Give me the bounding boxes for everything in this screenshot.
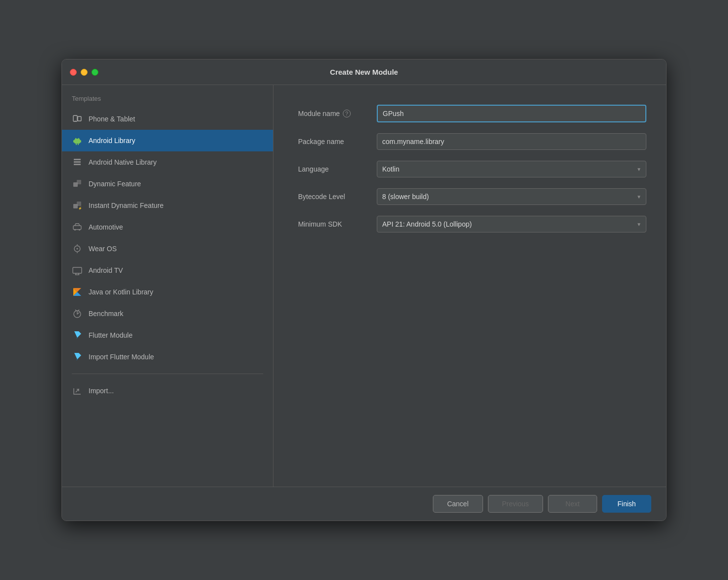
module-name-control bbox=[377, 105, 646, 122]
maximize-button[interactable] bbox=[91, 69, 98, 76]
sidebar-item-automotive-label: Automotive bbox=[89, 223, 123, 231]
sidebar-item-kotlin-library-label: Java or Kotlin Library bbox=[89, 288, 153, 296]
sidebar-item-import-flutter[interactable]: Import Flutter Module bbox=[62, 346, 273, 368]
sidebar-item-kotlin-library[interactable]: Java or Kotlin Library bbox=[62, 281, 273, 303]
sidebar-item-dynamic-feature-label: Dynamic Feature bbox=[89, 180, 141, 188]
window-controls bbox=[70, 69, 98, 76]
import-icon bbox=[72, 385, 83, 396]
package-name-control bbox=[377, 133, 646, 150]
bytecode-label: Bytecode Level bbox=[298, 193, 377, 201]
sidebar-item-android-library-label: Android Library bbox=[89, 137, 135, 145]
flutter-module-icon bbox=[72, 330, 83, 341]
sidebar-item-flutter-module[interactable]: Flutter Module bbox=[62, 324, 273, 346]
svg-rect-9 bbox=[74, 159, 81, 160]
android-native-icon bbox=[72, 157, 83, 168]
sidebar-item-flutter-module-label: Flutter Module bbox=[89, 331, 132, 339]
module-name-row: Module name ? bbox=[298, 105, 646, 122]
sidebar-item-android-tv-label: Android TV bbox=[89, 266, 123, 274]
sidebar-item-import-flutter-label: Import Flutter Module bbox=[89, 353, 154, 361]
main-content: Templates Phone & Tablet bbox=[62, 85, 666, 487]
title-bar: Create New Module bbox=[62, 59, 666, 85]
automotive-icon bbox=[72, 222, 83, 232]
language-control: Java Kotlin bbox=[377, 161, 646, 177]
svg-rect-18 bbox=[73, 226, 81, 230]
minimize-button[interactable] bbox=[81, 69, 88, 76]
next-button[interactable]: Next bbox=[548, 495, 597, 513]
sidebar-item-automotive[interactable]: Automotive bbox=[62, 216, 273, 238]
wear-os-icon bbox=[72, 243, 83, 254]
svg-rect-6 bbox=[80, 140, 81, 143]
minimum-sdk-label: Minimum SDK bbox=[298, 220, 377, 228]
bytecode-control: 7 8 (slower build) 11 bbox=[377, 188, 646, 205]
language-select-wrapper: Java Kotlin bbox=[377, 161, 646, 177]
sidebar-section-title: Templates bbox=[62, 95, 273, 108]
kotlin-library-icon bbox=[72, 287, 83, 297]
language-select[interactable]: Java Kotlin bbox=[377, 161, 646, 177]
package-name-input[interactable] bbox=[377, 133, 646, 150]
sidebar: Templates Phone & Tablet bbox=[62, 85, 273, 487]
package-name-row: Package name bbox=[298, 133, 646, 150]
benchmark-icon bbox=[72, 308, 83, 319]
sidebar-divider bbox=[72, 374, 263, 374]
svg-marker-38 bbox=[74, 353, 81, 359]
svg-rect-10 bbox=[74, 161, 81, 163]
right-panel: Module name ? Package name bbox=[273, 85, 666, 487]
svg-rect-7 bbox=[76, 144, 77, 145]
sidebar-item-instant-dynamic[interactable]: ⚡ Instant Dynamic Feature bbox=[62, 195, 273, 216]
android-tv-icon bbox=[72, 265, 83, 276]
module-name-label: Module name ? bbox=[298, 110, 377, 117]
sidebar-item-wear-os-label: Wear OS bbox=[89, 245, 117, 253]
svg-rect-8 bbox=[78, 144, 79, 145]
svg-line-33 bbox=[75, 310, 76, 311]
svg-rect-11 bbox=[74, 164, 81, 165]
minimum-sdk-select-wrapper: API 16: Android 4.1 (Jelly Bean) API 21:… bbox=[377, 216, 646, 232]
import-flutter-icon bbox=[72, 351, 83, 362]
bytecode-select[interactable]: 7 8 (slower build) 11 bbox=[377, 188, 646, 205]
module-name-input[interactable] bbox=[377, 105, 646, 122]
bottom-bar: Cancel Previous Next Finish bbox=[62, 487, 666, 521]
sidebar-item-android-tv[interactable]: Android TV bbox=[62, 260, 273, 281]
sidebar-item-android-native[interactable]: Android Native Library bbox=[62, 151, 273, 173]
module-name-help-icon[interactable]: ? bbox=[343, 110, 351, 117]
svg-rect-0 bbox=[73, 116, 77, 121]
svg-point-19 bbox=[74, 229, 76, 231]
minimum-sdk-row: Minimum SDK API 16: Android 4.1 (Jelly B… bbox=[298, 216, 646, 232]
svg-line-34 bbox=[78, 310, 79, 311]
language-label: Language bbox=[298, 165, 377, 173]
cancel-button[interactable]: Cancel bbox=[433, 495, 483, 513]
sidebar-item-phone-tablet[interactable]: Phone & Tablet bbox=[62, 108, 273, 130]
svg-marker-35 bbox=[74, 331, 81, 338]
dialog-title: Create New Module bbox=[330, 68, 398, 76]
svg-point-20 bbox=[79, 229, 80, 231]
close-button[interactable] bbox=[70, 69, 77, 76]
bytecode-select-wrapper: 7 8 (slower build) 11 bbox=[377, 188, 646, 205]
sidebar-item-android-native-label: Android Native Library bbox=[89, 158, 157, 166]
svg-rect-25 bbox=[73, 267, 82, 273]
sidebar-item-instant-dynamic-label: Instant Dynamic Feature bbox=[89, 202, 164, 209]
svg-rect-13 bbox=[77, 180, 81, 184]
sidebar-item-benchmark-label: Benchmark bbox=[89, 310, 123, 318]
dynamic-feature-icon bbox=[72, 178, 83, 189]
sidebar-item-import-label: Import... bbox=[89, 387, 114, 395]
sidebar-item-benchmark[interactable]: Benchmark bbox=[62, 303, 273, 324]
sidebar-item-android-library[interactable]: Android Library bbox=[62, 130, 273, 151]
previous-button[interactable]: Previous bbox=[488, 495, 543, 513]
sidebar-item-dynamic-feature[interactable]: Dynamic Feature bbox=[62, 173, 273, 195]
form-area: Module name ? Package name bbox=[298, 105, 646, 472]
language-row: Language Java Kotlin bbox=[298, 161, 646, 177]
phone-tablet-icon bbox=[72, 114, 83, 124]
sidebar-item-import[interactable]: Import... bbox=[62, 380, 273, 402]
finish-button[interactable]: Finish bbox=[602, 495, 651, 513]
svg-point-22 bbox=[77, 248, 78, 250]
sidebar-item-wear-os[interactable]: Wear OS bbox=[62, 238, 273, 260]
svg-rect-5 bbox=[73, 140, 74, 143]
minimum-sdk-select[interactable]: API 16: Android 4.1 (Jelly Bean) API 21:… bbox=[377, 216, 646, 232]
minimum-sdk-control: API 16: Android 4.1 (Jelly Bean) API 21:… bbox=[377, 216, 646, 232]
create-module-dialog: Create New Module Templates Phone & Tabl… bbox=[61, 59, 667, 521]
svg-rect-1 bbox=[78, 116, 81, 121]
package-name-label: Package name bbox=[298, 138, 377, 145]
bytecode-row: Bytecode Level 7 8 (slower build) 11 bbox=[298, 188, 646, 205]
svg-rect-15 bbox=[77, 202, 81, 206]
instant-dynamic-icon: ⚡ bbox=[72, 200, 83, 211]
android-library-icon bbox=[72, 135, 83, 146]
